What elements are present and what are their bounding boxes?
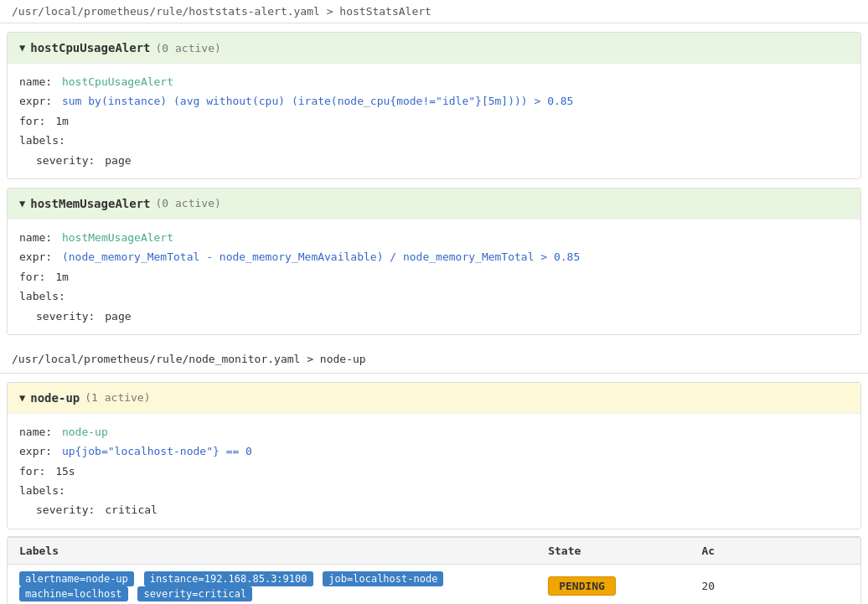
label-pill-instance: instance=192.168.85.3:9100 [144, 571, 313, 586]
label-pill-job: job=localhost-node [323, 571, 443, 586]
table-header-row: Labels State Ac [8, 537, 860, 564]
cpu-for-key: for: [19, 115, 45, 127]
nodeup-labels-key: labels: [19, 484, 65, 497]
cpu-expr-val: sum by(instance) (avg without(cpu) (irat… [62, 95, 573, 107]
col-header-active: Ac [690, 537, 860, 564]
nodeup-expr-val: up{job="localhost-node"} == 0 [62, 445, 252, 457]
mem-severity-key: severity: [36, 310, 95, 323]
nodeup-for-val: 15s [55, 465, 75, 478]
table-row: alertname=node-up instance=192.168.85.3:… [8, 564, 860, 604]
mem-severity-val: page [105, 310, 131, 323]
cpu-severity-key: severity: [36, 154, 95, 167]
filepath-node-monitor: /usr/local/prometheus/rule/node_monitor.… [0, 345, 868, 374]
cpu-severity-val: page [105, 154, 131, 167]
chevron-down-icon-nodeup: ▼ [19, 392, 25, 404]
cpu-labels-key: labels: [19, 134, 65, 147]
chevron-down-icon-mem: ▼ [19, 198, 25, 209]
alert-group-cpu: ▼ hostCpuUsageAlert (0 active) name: hos… [7, 32, 861, 179]
alert-group-mem-detail: name: hostMemUsageAlert expr: (node_memo… [8, 219, 860, 334]
row-labels-cell: alertname=node-up instance=192.168.85.3:… [8, 564, 536, 604]
cpu-for-val: 1m [55, 115, 69, 127]
alert-group-cpu-title: hostCpuUsageAlert [30, 41, 150, 54]
cpu-name-key: name: [19, 75, 52, 88]
nodeup-name-val: node-up [62, 426, 108, 438]
alert-group-mem-title: hostMemUsageAlert [30, 197, 150, 210]
alert-group-cpu-detail: name: hostCpuUsageAlert expr: sum by(ins… [8, 63, 860, 178]
alerts-table: Labels State Ac alertname=node-up instan… [8, 537, 860, 604]
alert-group-nodeup-count: (1 active) [85, 391, 150, 404]
alert-group-nodeup: ▼ node-up (1 active) name: node-up expr:… [7, 382, 861, 529]
alert-group-cpu-header[interactable]: ▼ hostCpuUsageAlert (0 active) [8, 33, 860, 63]
nodeup-severity-val: critical [105, 503, 158, 516]
nodeup-expr-key: expr: [19, 445, 52, 457]
mem-expr-key: expr: [19, 250, 52, 263]
cpu-name-val: hostCpuUsageAlert [62, 75, 173, 88]
alert-group-mem-count: (0 active) [156, 197, 221, 209]
alert-group-cpu-count: (0 active) [156, 42, 221, 54]
row-active-cell: 20 [690, 564, 860, 604]
alert-group-mem-header[interactable]: ▼ hostMemUsageAlert (0 active) [8, 188, 860, 219]
state-badge: PENDING [548, 576, 616, 596]
col-header-labels: Labels [8, 537, 536, 564]
nodeup-severity-key: severity: [36, 503, 95, 516]
mem-labels-key: labels: [19, 290, 65, 302]
alert-group-nodeup-detail: name: node-up expr: up{job="localhost-no… [8, 413, 860, 529]
mem-for-key: for: [19, 271, 45, 283]
label-pill-alertname: alertname=node-up [19, 571, 134, 586]
nodeup-name-key: name: [19, 426, 52, 438]
cpu-expr-key: expr: [19, 95, 52, 107]
alert-group-nodeup-header[interactable]: ▼ node-up (1 active) [8, 383, 860, 413]
label-pill-severity: severity=critical [137, 586, 252, 601]
col-header-state: State [536, 537, 690, 564]
nodeup-for-key: for: [19, 465, 45, 478]
row-state-cell: PENDING [536, 564, 690, 604]
breadcrumb-hoststats: /usr/local/prometheus/rule/hoststats-ale… [0, 0, 868, 23]
mem-name-key: name: [19, 231, 52, 244]
chevron-down-icon: ▼ [19, 42, 25, 54]
mem-for-val: 1m [55, 271, 69, 283]
mem-name-val: hostMemUsageAlert [62, 231, 173, 244]
alert-group-mem: ▼ hostMemUsageAlert (0 active) name: hos… [7, 188, 861, 335]
alerts-table-wrapper: Labels State Ac alertname=node-up instan… [7, 536, 861, 604]
label-pill-machine: machine=loclhost [19, 586, 128, 601]
alert-group-nodeup-title: node-up [30, 391, 80, 405]
mem-expr-val: (node_memory_MemTotal - node_memory_MemA… [62, 250, 580, 263]
